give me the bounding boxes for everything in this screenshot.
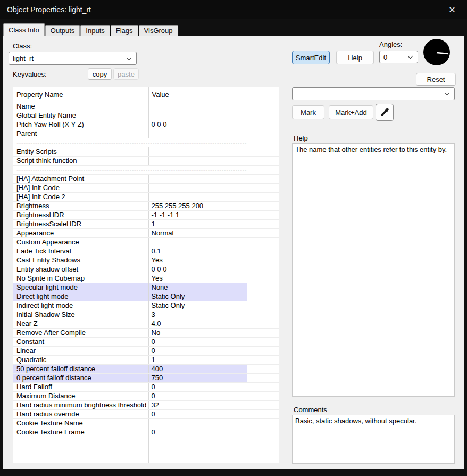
column-header-value: Value bbox=[148, 87, 247, 102]
comments-label: Comments bbox=[294, 406, 327, 414]
close-icon[interactable]: ✕ bbox=[440, 0, 464, 19]
table-row[interactable]: Parent bbox=[13, 129, 279, 138]
angles-label: Angles: bbox=[379, 40, 402, 48]
table-row[interactable]: Constant0 bbox=[13, 337, 279, 346]
table-row[interactable]: 50 percent falloff distance400 bbox=[13, 364, 279, 373]
angles-dropdown[interactable]: 0 bbox=[379, 51, 418, 63]
table-row[interactable]: Initial Shadow Size3 bbox=[13, 310, 279, 319]
help-button[interactable]: Help bbox=[336, 51, 374, 64]
table-row[interactable]: Indirect light modeStatic Only bbox=[13, 301, 279, 310]
table-row[interactable]: Entity Scripts bbox=[13, 147, 279, 156]
smartedit-button[interactable]: SmartEdit bbox=[292, 51, 330, 64]
reset-button[interactable]: Reset bbox=[416, 73, 456, 86]
chevron-down-icon bbox=[127, 55, 132, 60]
help-text-box: The name that other entities refer to th… bbox=[292, 143, 455, 397]
table-row[interactable]: Linear0 bbox=[13, 346, 279, 355]
eyedropper-button[interactable] bbox=[376, 104, 394, 121]
angle-dial-icon bbox=[423, 38, 451, 66]
column-header-property-name: Property Name bbox=[13, 87, 148, 102]
table-row[interactable]: Cookie Texture Frame0 bbox=[13, 428, 279, 437]
tab-outputs[interactable]: Outputs bbox=[45, 25, 80, 36]
table-row[interactable]: No Sprite in CubemapYes bbox=[13, 274, 279, 283]
table-row[interactable]: Pitch Yaw Roll (X Y Z)0 0 0 bbox=[13, 120, 279, 129]
table-row[interactable]: [HA] Attachment Point bbox=[13, 174, 279, 183]
table-row[interactable]: Hard radius minimum brightness threshold… bbox=[13, 400, 279, 409]
column-header-extra bbox=[247, 87, 279, 102]
table-row[interactable]: Name bbox=[13, 102, 279, 111]
help-panel-label: Help bbox=[294, 134, 308, 142]
table-row[interactable]: Hard Falloff0 bbox=[13, 382, 279, 391]
comments-text-box[interactable]: Basic, static shadows, without specular. bbox=[292, 415, 455, 464]
table-row[interactable]: Near Z4.0 bbox=[13, 319, 279, 328]
tab-visgroup[interactable]: VisGroup bbox=[139, 25, 178, 36]
keyvalues-label: Keyvalues: bbox=[13, 70, 47, 78]
table-row[interactable] bbox=[13, 437, 279, 446]
table-row[interactable] bbox=[13, 446, 279, 455]
titlebar: Object Properties: light_rt ✕ bbox=[0, 0, 467, 19]
table-row[interactable]: Maximum Distance0 bbox=[13, 391, 279, 400]
table-row[interactable]: BrightnessScaleHDR1 bbox=[13, 219, 279, 228]
tab-class-info[interactable]: Class Info bbox=[3, 23, 45, 36]
eyedropper-icon bbox=[379, 107, 390, 118]
table-row[interactable]: AppearanceNormal bbox=[13, 228, 279, 237]
property-table-body: NameGlobal Entity NamePitch Yaw Roll (X … bbox=[13, 102, 279, 463]
copy-button[interactable]: copy bbox=[88, 68, 112, 80]
property-table: Property Name Value NameGlobal Entity Na… bbox=[13, 87, 279, 463]
help-text: The name that other entities refer to th… bbox=[295, 145, 447, 153]
separator-row[interactable]: ----------------------------------------… bbox=[13, 165, 279, 174]
table-row[interactable]: Direct light modeStatic Only bbox=[13, 292, 279, 301]
table-row[interactable]: Brightness255 255 255 200 bbox=[13, 201, 279, 210]
value-dropdown[interactable] bbox=[292, 87, 455, 100]
class-info-panel: Class: light_rt Keyvalues: copy paste Pr… bbox=[3, 36, 464, 469]
table-row[interactable]: Entity shadow offset0 0 0 bbox=[13, 265, 279, 274]
angle-dial[interactable] bbox=[423, 38, 451, 66]
tab-bar: Class Info Outputs Inputs Flags VisGroup bbox=[3, 23, 179, 36]
table-row[interactable]: BrightnessHDR-1 -1 -1 1 bbox=[13, 210, 279, 219]
tab-inputs[interactable]: Inputs bbox=[80, 25, 110, 36]
table-row[interactable]: Specular light modeNone bbox=[13, 283, 279, 292]
class-dropdown[interactable]: light_rt bbox=[9, 52, 137, 65]
table-header-row: Property Name Value bbox=[13, 87, 279, 102]
window-title: Object Properties: light_rt bbox=[7, 5, 91, 14]
class-label: Class: bbox=[13, 42, 32, 50]
table-row[interactable]: [HA] Init Code bbox=[13, 183, 279, 192]
table-row[interactable] bbox=[13, 455, 279, 463]
paste-button[interactable]: paste bbox=[113, 68, 139, 80]
table-row[interactable]: Fade Tick Interval0.1 bbox=[13, 247, 279, 256]
class-dropdown-value: light_rt bbox=[13, 54, 34, 62]
table-row[interactable]: 0 percent falloff distance750 bbox=[13, 373, 279, 382]
separator-row[interactable]: ----------------------------------------… bbox=[13, 138, 279, 147]
table-row[interactable]: Remove After CompileNo bbox=[13, 328, 279, 337]
tab-flags[interactable]: Flags bbox=[111, 25, 138, 36]
table-row[interactable]: Custom Appearance bbox=[13, 237, 279, 247]
mark-button[interactable]: Mark bbox=[292, 105, 324, 119]
chevron-down-icon bbox=[445, 91, 450, 96]
table-row[interactable]: Script think function bbox=[13, 156, 279, 165]
table-row[interactable]: [HA] Init Code 2 bbox=[13, 192, 279, 201]
table-row[interactable]: Quadratic1 bbox=[13, 355, 279, 364]
table-row[interactable]: Global Entity Name bbox=[13, 111, 279, 120]
table-row[interactable]: Hard radius override0 bbox=[13, 409, 279, 418]
comments-text: Basic, static shadows, without specular. bbox=[295, 417, 416, 425]
mark-add-button[interactable]: Mark+Add bbox=[329, 105, 373, 119]
chevron-down-icon bbox=[408, 54, 413, 59]
table-row[interactable]: Cast Entity ShadowsYes bbox=[13, 256, 279, 265]
angles-dropdown-value: 0 bbox=[383, 53, 387, 61]
table-row[interactable]: Cookie Texture Name bbox=[13, 418, 279, 428]
